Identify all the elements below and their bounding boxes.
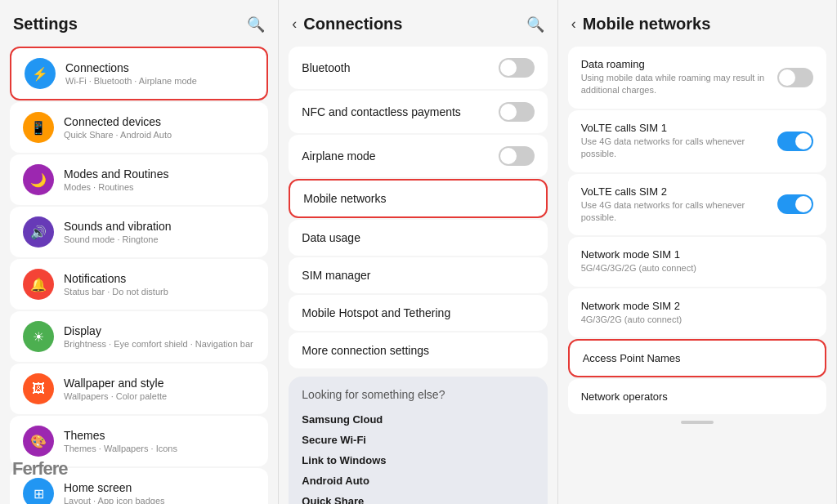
settings-item-notifications[interactable]: 🔔 Notifications Status bar · Do not dist… (10, 259, 268, 310)
item-subtitle-sounds: Sound mode · Ringtone (64, 234, 255, 244)
connection-item-airplane[interactable]: Airplane mode (289, 135, 547, 177)
mobile-subtitle-volte-sim1: Use 4G data networks for calls whenever … (581, 136, 777, 161)
mobile-text-volte-sim1: VoLTE calls SIM 1 Use 4G data networks f… (581, 122, 777, 161)
item-text-notifications: Notifications Status bar · Do not distur… (64, 272, 255, 297)
conn-title-more-connection: More connection settings (302, 344, 534, 357)
scroll-indicator-mobile (681, 421, 714, 424)
mobile-text-access-point-names: Access Point Names (583, 352, 812, 364)
connections-header-left: ‹ Connections (292, 15, 402, 33)
item-subtitle-wallpaper: Wallpapers · Color palette (64, 391, 255, 401)
connection-item-mobile-networks[interactable]: Mobile networks (289, 179, 547, 218)
settings-item-connected-devices[interactable]: 📱 Connected devices Quick Share · Androi… (10, 102, 268, 153)
search-icon-connections[interactable]: 🔍 (526, 16, 544, 33)
item-subtitle-modes-routines: Modes · Routines (64, 182, 255, 192)
mobile-title-volte-sim1: VoLTE calls SIM 1 (581, 122, 777, 134)
connection-item-nfc[interactable]: NFC and contactless payments (289, 91, 547, 133)
item-text-connected-devices: Connected devices Quick Share · Android … (64, 115, 255, 140)
item-text-home-screen: Home screen Layout · App icon badges (64, 481, 255, 504)
mobile-subtitle-network-mode-sim1: 5G/4G/3G/2G (auto connect) (581, 262, 813, 274)
mobile-item-volte-sim2[interactable]: VoLTE calls SIM 2 Use 4G data networks f… (568, 174, 826, 236)
connections-panel: ‹ Connections 🔍 Bluetooth NFC and contac… (279, 0, 557, 504)
connection-item-hotspot[interactable]: Mobile Hotspot and Tethering (289, 295, 547, 331)
conn-text-mobile-networks: Mobile networks (303, 192, 532, 205)
mobile-text-volte-sim2: VoLTE calls SIM 2 Use 4G data networks f… (581, 185, 777, 225)
settings-panel: Settings 🔍 ⚡ Connections Wi-Fi · Bluetoo… (0, 0, 279, 504)
toggle-volte-sim2[interactable] (777, 194, 813, 214)
looking-item-samsung-cloud[interactable]: Samsung Cloud (302, 409, 534, 430)
looking-item-android-auto[interactable]: Android Auto (302, 471, 534, 491)
mobile-subtitle-data-roaming: Using mobile data while roaming may resu… (581, 72, 777, 97)
conn-title-bluetooth: Bluetooth (302, 61, 498, 74)
back-arrow-mobile[interactable]: ‹ (571, 16, 576, 33)
item-text-display: Display Brightness · Eye comfort shield … (64, 324, 255, 349)
item-title-themes: Themes (64, 429, 255, 442)
item-title-home-screen: Home screen (64, 481, 255, 494)
conn-text-nfc: NFC and contactless payments (302, 105, 498, 118)
mobile-item-network-mode-sim2[interactable]: Network mode SIM 2 4G/3G/2G (auto connec… (568, 288, 826, 337)
connection-item-data-usage[interactable]: Data usage (289, 220, 547, 256)
settings-item-wallpaper[interactable]: 🖼 Wallpaper and style Wallpapers · Color… (10, 364, 268, 414)
conn-title-hotspot: Mobile Hotspot and Tethering (302, 306, 534, 319)
settings-item-modes-routines[interactable]: 🌙 Modes and Routines Modes · Routines (10, 154, 268, 205)
item-text-wallpaper: Wallpaper and style Wallpapers · Color p… (64, 377, 255, 401)
toggle-data-roaming[interactable] (777, 68, 813, 87)
connection-item-sim-manager[interactable]: SIM manager (289, 257, 547, 293)
settings-item-connections[interactable]: ⚡ Connections Wi-Fi · Bluetooth · Airpla… (10, 47, 268, 100)
search-icon[interactable]: 🔍 (247, 16, 265, 33)
icon-wallpaper: 🖼 (23, 373, 54, 404)
back-arrow[interactable]: ‹ (292, 16, 297, 33)
mobile-title-access-point-names: Access Point Names (583, 352, 812, 364)
icon-modes-routines: 🌙 (23, 164, 54, 195)
toggle-volte-sim1[interactable] (777, 132, 813, 151)
icon-themes: 🎨 (23, 426, 54, 457)
connections-header: ‹ Connections 🔍 (279, 0, 557, 42)
mobile-title: Mobile networks (583, 15, 711, 33)
item-title-modes-routines: Modes and Routines (64, 167, 255, 181)
mobile-subtitle-volte-sim2: Use 4G data networks for calls whenever … (581, 199, 777, 225)
toggle-bluetooth[interactable] (499, 58, 535, 78)
item-text-sounds: Sounds and vibration Sound mode · Ringto… (64, 220, 255, 244)
connection-item-more-connection[interactable]: More connection settings (289, 332, 547, 368)
toggle-nfc[interactable] (499, 102, 535, 122)
icon-home-screen: ⊞ (23, 478, 54, 504)
mobile-text-network-mode-sim2: Network mode SIM 2 4G/3G/2G (auto connec… (581, 300, 813, 326)
item-title-sounds: Sounds and vibration (64, 220, 255, 233)
mobile-item-network-mode-sim1[interactable]: Network mode SIM 1 5G/4G/3G/2G (auto con… (568, 237, 826, 286)
settings-item-display[interactable]: ☀ Display Brightness · Eye comfort shiel… (10, 311, 268, 362)
icon-display: ☀ (23, 321, 54, 352)
conn-title-data-usage: Data usage (302, 231, 534, 244)
item-subtitle-home-screen: Layout · App icon badges (64, 496, 255, 504)
mobile-title-volte-sim2: VoLTE calls SIM 2 (581, 185, 777, 198)
item-subtitle-notifications: Status bar · Do not disturb (64, 287, 255, 297)
looking-item-link-to-windows[interactable]: Link to Windows (302, 450, 534, 471)
settings-title: Settings (13, 15, 78, 33)
item-text-modes-routines: Modes and Routines Modes · Routines (64, 167, 255, 192)
looking-section: Looking for something else?Samsung Cloud… (289, 377, 547, 504)
settings-item-sounds[interactable]: 🔊 Sounds and vibration Sound mode · Ring… (10, 207, 268, 257)
mobile-item-network-operators[interactable]: Network operators (568, 379, 826, 414)
icon-notifications: 🔔 (23, 269, 54, 300)
mobile-text-network-mode-sim1: Network mode SIM 1 5G/4G/3G/2G (auto con… (581, 248, 813, 274)
mobile-item-volte-sim1[interactable]: VoLTE calls SIM 1 Use 4G data networks f… (568, 110, 826, 172)
mobile-item-data-roaming[interactable]: Data roaming Using mobile data while roa… (568, 47, 826, 109)
mobile-title-data-roaming: Data roaming (581, 58, 777, 70)
connection-item-bluetooth[interactable]: Bluetooth (289, 47, 547, 89)
item-title-connected-devices: Connected devices (64, 115, 255, 128)
conn-text-sim-manager: SIM manager (302, 269, 534, 282)
item-subtitle-themes: Themes · Wallpapers · Icons (64, 444, 255, 453)
looking-item-quick-share[interactable]: Quick Share (302, 491, 534, 504)
looking-item-secure-wi-fi[interactable]: Secure Wi-Fi (302, 430, 534, 450)
settings-list: ⚡ Connections Wi-Fi · Bluetooth · Airpla… (0, 42, 278, 504)
connections-title: Connections (303, 15, 402, 33)
connections-list: Bluetooth NFC and contactless payments A… (279, 42, 557, 504)
mobile-list: Data roaming Using mobile data while roa… (558, 42, 836, 504)
toggle-airplane[interactable] (499, 146, 535, 166)
item-title-display: Display (64, 324, 255, 337)
icon-connected-devices: 📱 (23, 112, 54, 143)
conn-title-nfc: NFC and contactless payments (302, 105, 498, 118)
mobile-item-access-point-names[interactable]: Access Point Names (568, 339, 826, 377)
mobile-networks-panel: ‹ Mobile networks Data roaming Using mob… (558, 0, 837, 504)
conn-text-data-usage: Data usage (302, 231, 534, 244)
mobile-text-network-operators: Network operators (581, 390, 813, 403)
item-text-themes: Themes Themes · Wallpapers · Icons (64, 429, 255, 453)
